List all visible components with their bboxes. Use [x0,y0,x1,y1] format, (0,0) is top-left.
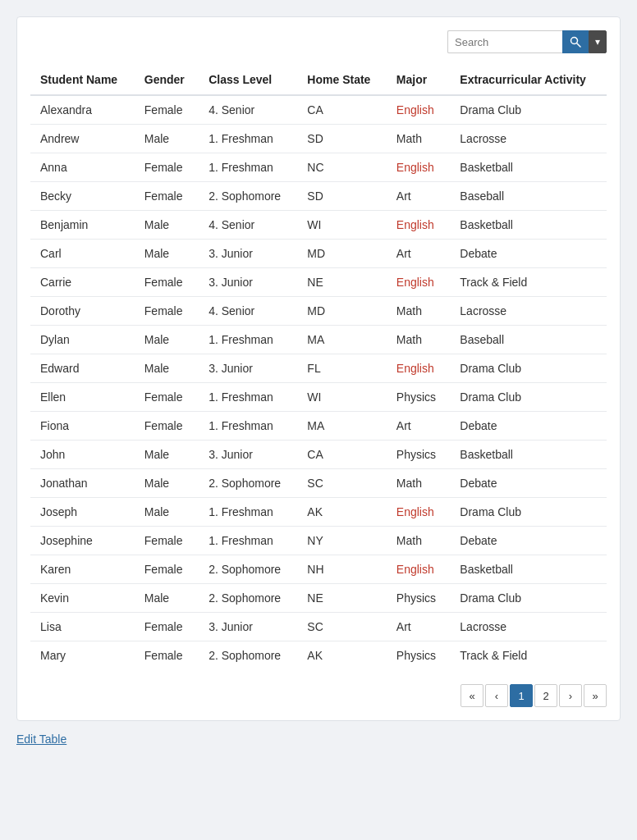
table-cell: Baseball [450,182,607,211]
pagination: « ‹ 1 2 › » [30,684,607,707]
table-cell: Female [135,153,199,182]
table-cell: 3. Junior [199,613,297,641]
table-cell: Male [135,326,199,354]
table-cell: 1. Freshman [199,125,297,153]
table-cell: Female [135,613,199,641]
table-cell: English [387,555,451,584]
search-button[interactable] [562,30,589,53]
table-cell: 1. Freshman [199,498,297,527]
table-cell: Math [387,469,451,498]
table-cell: AK [297,498,386,527]
table-cell: Male [135,125,199,153]
pagination-last-button[interactable]: » [584,684,607,707]
table-cell: Carl [30,240,135,268]
table-cell: CA [297,441,386,469]
table-row: JosephMale1. FreshmanAKEnglishDrama Club [30,498,607,527]
table-cell: Carrie [30,268,135,297]
table-cell: English [387,153,451,182]
pagination-prev-button[interactable]: ‹ [485,684,508,707]
table-cell: Male [135,469,199,498]
table-cell: Debate [450,469,607,498]
table-cell: Basketball [450,211,607,240]
table-cell: Basketball [450,555,607,584]
pagination-first-button[interactable]: « [461,684,483,707]
table-cell: Becky [30,182,135,211]
table-cell: Debate [450,527,607,555]
search-icon [570,36,581,48]
table-cell: Track & Field [450,268,607,297]
table-cell: Female [135,268,199,297]
table-cell: Andrew [30,125,135,153]
edit-table-link[interactable]: Edit Table [16,733,66,746]
table-cell: Karen [30,555,135,584]
table-row: AndrewMale1. FreshmanSDMathLacrosse [30,125,607,153]
table-row: DorothyFemale4. SeniorMDMathLacrosse [30,297,607,326]
table-cell: Drama Club [450,354,607,383]
table-cell: SD [297,125,386,153]
table-row: AnnaFemale1. FreshmanNCEnglishBasketball [30,153,607,182]
table-cell: AK [297,641,386,670]
table-cell: Female [135,383,199,412]
chevron-down-icon: ▾ [595,36,600,48]
table-cell: MD [297,240,386,268]
table-cell: 3. Junior [199,268,297,297]
table-cell: Female [135,555,199,584]
table-cell: CA [297,95,386,125]
table-cell: NC [297,153,386,182]
table-cell: 2. Sophomore [199,182,297,211]
table-cell: Male [135,240,199,268]
table-row: BenjaminMale4. SeniorWIEnglishBasketball [30,211,607,240]
table-cell: NY [297,527,386,555]
table-cell: Debate [450,412,607,441]
table-cell: MA [297,326,386,354]
table-cell: 4. Senior [199,297,297,326]
table-cell: English [387,354,451,383]
table-row: FionaFemale1. FreshmanMAArtDebate [30,412,607,441]
table-cell: Math [387,527,451,555]
pagination-next-button[interactable]: › [559,684,582,707]
pagination-page-1-button[interactable]: 1 [510,684,533,707]
pagination-page-2-button[interactable]: 2 [534,684,557,707]
table-row: CarrieFemale3. JuniorNEEnglishTrack & Fi… [30,268,607,297]
table-cell: Art [387,182,451,211]
table-cell: Physics [387,441,451,469]
table-cell: 2. Sophomore [199,584,297,613]
table-cell: John [30,441,135,469]
table-cell: Basketball [450,441,607,469]
table-cell: Track & Field [450,641,607,670]
table-row: EllenFemale1. FreshmanWIPhysicsDrama Clu… [30,383,607,412]
table-cell: Art [387,412,451,441]
table-cell: Lacrosse [450,297,607,326]
table-cell: Mary [30,641,135,670]
table-cell: Joseph [30,498,135,527]
column-header-class-level: Class Level [199,65,297,95]
column-header-major: Major [387,65,451,95]
table-cell: WI [297,383,386,412]
table-cell: Lisa [30,613,135,641]
table-cell: 1. Freshman [199,153,297,182]
table-cell: SC [297,613,386,641]
table-cell: Alexandra [30,95,135,125]
table-cell: Male [135,441,199,469]
table-row: EdwardMale3. JuniorFLEnglishDrama Club [30,354,607,383]
table-cell: Drama Club [450,584,607,613]
table-cell: Lacrosse [450,613,607,641]
table-row: KevinMale2. SophomoreNEPhysicsDrama Club [30,584,607,613]
table-row: JonathanMale2. SophomoreSCMathDebate [30,469,607,498]
table-cell: Benjamin [30,211,135,240]
dropdown-button[interactable]: ▾ [589,30,607,53]
table-cell: Male [135,354,199,383]
table-cell: 3. Junior [199,354,297,383]
table-cell: FL [297,354,386,383]
table-cell: Edward [30,354,135,383]
search-input[interactable] [447,30,562,53]
table-header-row: Student NameGenderClass LevelHome StateM… [30,65,607,95]
table-row: JosephineFemale1. FreshmanNYMathDebate [30,527,607,555]
table-cell: Male [135,498,199,527]
table-cell: Fiona [30,412,135,441]
table-cell: NE [297,584,386,613]
table-cell: Female [135,641,199,670]
table-cell: Math [387,326,451,354]
table-cell: Drama Club [450,95,607,125]
student-table: Student NameGenderClass LevelHome StateM… [30,65,607,669]
